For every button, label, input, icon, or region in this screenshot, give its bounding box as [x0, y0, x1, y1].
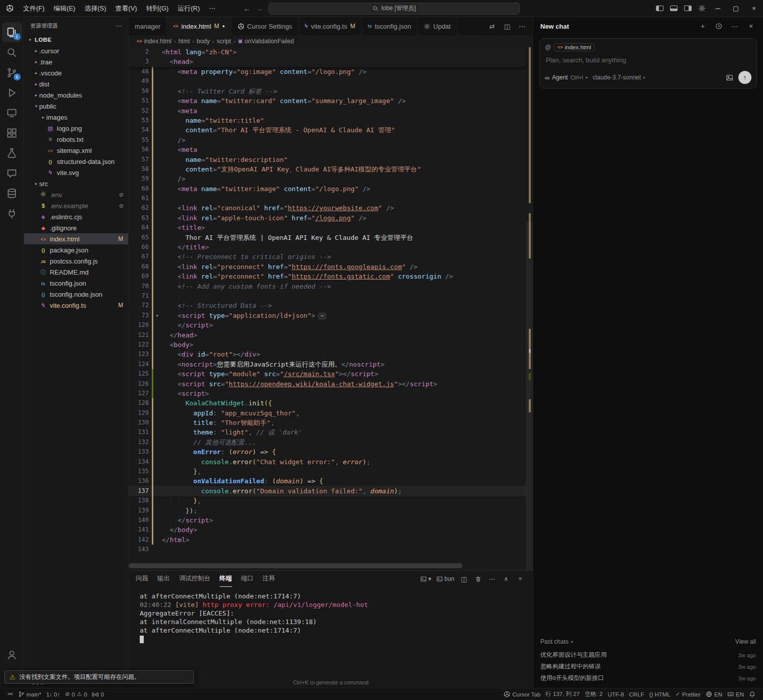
past-chats-label[interactable]: Past chats: [540, 638, 568, 645]
fold-chevron-icon[interactable]: ▸: [153, 311, 162, 320]
menu-文件F[interactable]: 文件(F): [19, 0, 49, 17]
tab-index.html[interactable]: <>index.htmlM●: [167, 17, 231, 35]
ai-chat-input[interactable]: @ <> index.html Plan, search, build anyt…: [539, 38, 757, 89]
file-index.html[interactable]: <>index.htmlM: [24, 233, 128, 244]
kill-terminal[interactable]: [472, 573, 484, 585]
folder-images[interactable]: ▸images: [24, 112, 128, 123]
file-README.md[interactable]: ⓘREADME.md: [24, 267, 128, 278]
status-ime-a[interactable]: EN: [703, 688, 725, 700]
panel-tab-输出[interactable]: 输出: [157, 571, 170, 587]
file-structured-data.json[interactable]: {}structured-data.json: [24, 156, 128, 167]
terminal-new[interactable]: ▾: [419, 573, 432, 585]
file-postcss.config.js[interactable]: JSpostcss.config.js: [24, 255, 128, 267]
project-root-folder[interactable]: ▾ LOBE: [24, 34, 128, 45]
new-chat-icon[interactable]: +: [698, 21, 708, 31]
folder-node_modules[interactable]: ▸node_modules: [24, 90, 128, 101]
folder-src[interactable]: ▸src: [24, 178, 128, 189]
panel-tab-端口[interactable]: 端口: [241, 571, 254, 587]
activity-explorer[interactable]: 1: [2, 22, 22, 42]
open-changes-icon[interactable]: ⇄: [486, 20, 499, 33]
file-logo.png[interactable]: ▨logo.png: [24, 123, 128, 134]
add-context-button[interactable]: @: [545, 44, 551, 51]
file-.eslintrc.cjs[interactable]: ◈.eslintrc.cjs: [24, 211, 128, 222]
activity-account[interactable]: [2, 645, 22, 665]
activity-remote-explorer[interactable]: [2, 103, 22, 123]
agent-mode-selector[interactable]: ∞ Agent Ctrl+I ▾: [545, 74, 588, 81]
past-chat-item[interactable]: 优化界面设计与主题应用3w ago: [540, 649, 756, 661]
menu-选择S[interactable]: 选择(S): [80, 0, 111, 17]
tab-vite.config.ts[interactable]: ϟvite.config.tsM: [299, 17, 362, 35]
maximize-panel-icon[interactable]: ∧: [501, 573, 512, 585]
context-file-chip[interactable]: <> index.html: [554, 43, 595, 51]
breadcrumb-body[interactable]: body: [197, 38, 210, 45]
breadcrumb-onValidationFailed[interactable]: ▣onValidationFailed: [238, 38, 294, 45]
status-line-col[interactable]: 行 137, 列 27: [543, 688, 582, 700]
horizontal-scrollbar[interactable]: [129, 563, 526, 568]
toggle-sidebar-icon[interactable]: [652, 0, 666, 17]
attach-image-icon[interactable]: [726, 74, 733, 81]
explorer-more-icon[interactable]: ⋯: [116, 22, 122, 30]
file-robots.txt[interactable]: ≡robots.txt: [24, 134, 128, 145]
status-notifications[interactable]: [746, 688, 758, 700]
chat-history-icon[interactable]: [714, 21, 724, 31]
file-tsconfig.node.json[interactable]: {}tsconfig.node.json: [24, 289, 128, 300]
more-icon[interactable]: ⋯: [516, 20, 529, 33]
window-minimize-button[interactable]: ─: [709, 0, 727, 17]
status-ports[interactable]: 0: [89, 688, 106, 700]
file-.gitignore[interactable]: ◆.gitignore: [24, 222, 128, 233]
panel-tab-终端[interactable]: 终端: [220, 571, 232, 587]
menu-查看V[interactable]: 查看(V): [111, 0, 141, 17]
split-editor-icon[interactable]: ◫: [501, 20, 514, 33]
folder-.cursor[interactable]: ▸.cursor: [24, 45, 128, 56]
tab-manager[interactable]: manager: [129, 17, 167, 35]
status-encoding[interactable]: UTF-8: [605, 688, 627, 700]
settings-gear-icon[interactable]: [695, 0, 709, 17]
window-maximize-button[interactable]: ▢: [727, 0, 745, 17]
status-branch[interactable]: main*: [16, 688, 44, 700]
status-formatter[interactable]: ✓Prettier: [673, 688, 703, 700]
past-chat-item[interactable]: 使用o开头模型的新接口3w ago: [540, 672, 756, 684]
folder-.vscode[interactable]: ▸.vscode: [24, 67, 128, 78]
nav-back-icon[interactable]: ←: [243, 4, 251, 13]
activity-run-debug[interactable]: [2, 82, 22, 103]
window-close-button[interactable]: ×: [745, 0, 763, 17]
panel-tab-注释[interactable]: 注释: [263, 571, 275, 587]
activity-search[interactable]: [2, 42, 22, 62]
file-.env.example[interactable]: $.env.example⊘: [24, 200, 128, 211]
view-all-link[interactable]: View all: [735, 638, 756, 645]
file-vite.svg[interactable]: ϟvite.svg: [24, 167, 128, 178]
activity-chat[interactable]: [2, 163, 22, 183]
menu-编辑E[interactable]: 编辑(E): [49, 0, 80, 17]
status-ime-b[interactable]: EN: [725, 688, 746, 700]
code-editor[interactable]: 48 <meta property="og:image" content="/l…: [129, 47, 533, 570]
activity-database[interactable]: [2, 183, 22, 203]
past-chat-item[interactable]: 忽略构建过程中的错误3w ago: [540, 661, 756, 672]
activity-ports[interactable]: [2, 203, 22, 223]
nav-forward-icon[interactable]: →: [256, 4, 263, 13]
chat-more-icon[interactable]: ⋯: [730, 21, 740, 31]
send-button[interactable]: ↑: [738, 71, 751, 84]
breadcrumb-script[interactable]: script: [217, 38, 231, 45]
split-terminal[interactable]: ◫: [458, 573, 469, 585]
folder-public[interactable]: ▾public: [24, 101, 128, 112]
panel-more[interactable]: ⋯: [487, 573, 498, 585]
tab-updat[interactable]: Updat: [418, 17, 457, 35]
toggle-secondary-sidebar-icon[interactable]: [681, 0, 695, 17]
activity-extensions[interactable]: [2, 123, 22, 143]
status-sync[interactable]: 1↓ 0↑: [44, 688, 63, 700]
chat-close-icon[interactable]: ×: [746, 21, 756, 31]
terminal-profile-bun[interactable]: bun: [435, 573, 455, 585]
status-eol[interactable]: CRLF: [627, 688, 647, 700]
close-panel-icon[interactable]: ×: [515, 573, 526, 585]
file-package.json[interactable]: {}package.json: [24, 244, 128, 255]
activity-testing[interactable]: [2, 143, 22, 163]
tab-cursor-settings[interactable]: Cursor Settings: [232, 17, 299, 35]
menu-转到G[interactable]: 转到(G): [142, 0, 173, 17]
menu-运行R[interactable]: 运行(R): [173, 0, 204, 17]
model-selector[interactable]: claude-3.7-sonnet ▾: [593, 74, 645, 81]
file-tsconfig.json[interactable]: tstsconfig.json: [24, 278, 128, 289]
notification-toast[interactable]: ⚠ 没有找到文案文件。项目配置可能存在问题。: [4, 670, 194, 684]
panel-tab-问题[interactable]: 问题: [136, 571, 148, 587]
tab-tsconfig.json[interactable]: tstsconfig.json: [362, 17, 418, 35]
file-vite.config.ts[interactable]: ϟvite.config.tsM: [24, 300, 128, 311]
